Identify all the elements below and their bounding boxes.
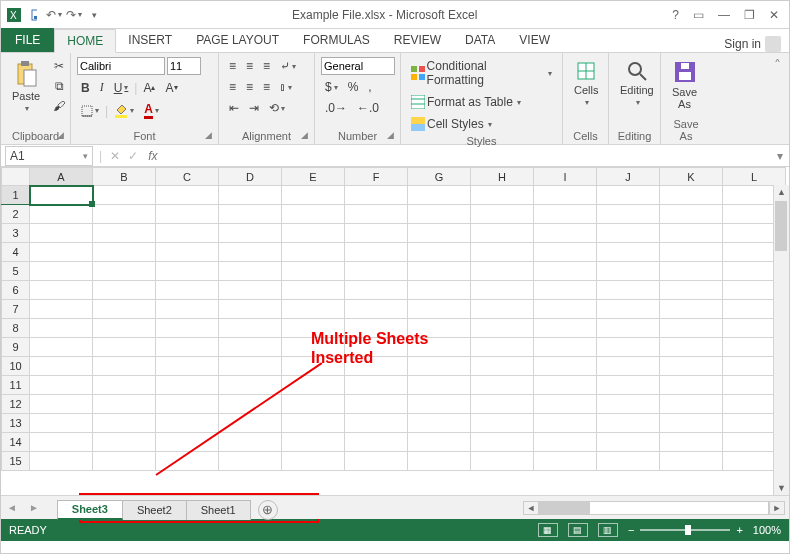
cell[interactable]	[282, 300, 345, 319]
cell[interactable]	[660, 243, 723, 262]
cell[interactable]	[93, 262, 156, 281]
col-header[interactable]: J	[597, 168, 660, 186]
increase-indent-icon[interactable]: ⇥	[245, 99, 263, 117]
tab-page-layout[interactable]: PAGE LAYOUT	[184, 28, 291, 52]
cell[interactable]	[408, 414, 471, 433]
cell[interactable]	[597, 224, 660, 243]
row-header[interactable]: 7	[2, 300, 30, 319]
cell[interactable]	[471, 300, 534, 319]
qat-redo-icon[interactable]: ↷	[67, 8, 81, 22]
cell[interactable]	[660, 281, 723, 300]
cell[interactable]	[93, 243, 156, 262]
col-header[interactable]: C	[156, 168, 219, 186]
cell[interactable]	[408, 433, 471, 452]
cell[interactable]	[282, 205, 345, 224]
cell[interactable]	[408, 395, 471, 414]
cell[interactable]	[597, 338, 660, 357]
minimize-icon[interactable]: —	[718, 8, 730, 22]
zoom-level[interactable]: 100%	[753, 524, 781, 536]
horizontal-scrollbar[interactable]: ◄ ►	[523, 501, 789, 515]
cell[interactable]	[597, 319, 660, 338]
underline-button[interactable]: U	[110, 79, 133, 97]
sheet-tab-0[interactable]: Sheet3	[57, 500, 123, 520]
cell[interactable]	[534, 433, 597, 452]
col-header[interactable]: I	[534, 168, 597, 186]
row-header[interactable]: 10	[2, 357, 30, 376]
col-header[interactable]: G	[408, 168, 471, 186]
cell[interactable]	[156, 357, 219, 376]
cell[interactable]	[408, 186, 471, 205]
editing-button[interactable]: Editing	[615, 57, 659, 110]
align-bottom-icon[interactable]: ≡	[259, 57, 274, 75]
cell[interactable]	[597, 186, 660, 205]
cell[interactable]	[660, 186, 723, 205]
cell[interactable]	[534, 319, 597, 338]
clipboard-launcher-icon[interactable]: ◢	[57, 130, 64, 140]
cell[interactable]	[408, 300, 471, 319]
hscroll-left-icon[interactable]: ◄	[523, 501, 539, 515]
col-header[interactable]: K	[660, 168, 723, 186]
vscroll-thumb[interactable]	[775, 201, 787, 251]
view-page-break-icon[interactable]: ▥	[598, 523, 618, 537]
cell[interactable]	[156, 224, 219, 243]
cell[interactable]	[282, 395, 345, 414]
cell[interactable]	[534, 205, 597, 224]
cell[interactable]	[93, 395, 156, 414]
cell[interactable]	[30, 338, 93, 357]
cell[interactable]	[471, 243, 534, 262]
orientation-icon[interactable]: ⟲	[265, 99, 289, 117]
cell[interactable]	[534, 224, 597, 243]
tab-insert[interactable]: INSERT	[116, 28, 184, 52]
cell[interactable]	[534, 395, 597, 414]
cell[interactable]	[30, 319, 93, 338]
cell[interactable]	[408, 262, 471, 281]
tab-file[interactable]: FILE	[1, 28, 54, 52]
cell[interactable]	[534, 186, 597, 205]
cell[interactable]	[597, 357, 660, 376]
cell[interactable]	[534, 262, 597, 281]
cell[interactable]	[345, 376, 408, 395]
row-header[interactable]: 14	[2, 433, 30, 452]
sheet-tab-2[interactable]: Sheet1	[186, 500, 251, 520]
cell[interactable]	[534, 357, 597, 376]
cell[interactable]	[471, 186, 534, 205]
cell[interactable]	[30, 243, 93, 262]
sign-in[interactable]: Sign in	[716, 36, 789, 52]
insert-function-button[interactable]: fx	[142, 149, 163, 163]
accounting-format-icon[interactable]: $	[321, 78, 342, 96]
cell[interactable]	[156, 414, 219, 433]
cell[interactable]	[156, 338, 219, 357]
cell[interactable]	[345, 281, 408, 300]
hscroll-thumb[interactable]	[540, 502, 590, 514]
cell[interactable]	[345, 414, 408, 433]
cell[interactable]	[471, 224, 534, 243]
cell[interactable]	[345, 224, 408, 243]
align-middle-icon[interactable]: ≡	[242, 57, 257, 75]
cell[interactable]	[30, 281, 93, 300]
sheet-nav-prev-icon[interactable]: ◄	[1, 502, 23, 513]
wrap-text-icon[interactable]: ⤶	[276, 57, 300, 75]
cell[interactable]	[534, 414, 597, 433]
cell[interactable]	[156, 319, 219, 338]
col-header[interactable]: E	[282, 168, 345, 186]
expand-formula-bar-icon[interactable]: ▾	[771, 149, 789, 163]
cell[interactable]	[597, 281, 660, 300]
cell[interactable]	[93, 300, 156, 319]
cell[interactable]	[30, 186, 93, 205]
col-header[interactable]: B	[93, 168, 156, 186]
row-header[interactable]: 5	[2, 262, 30, 281]
row-header[interactable]: 3	[2, 224, 30, 243]
cell[interactable]	[219, 319, 282, 338]
cell[interactable]	[660, 452, 723, 471]
align-center-icon[interactable]: ≡	[242, 78, 257, 96]
restore-icon[interactable]: ❐	[744, 8, 755, 22]
cell[interactable]	[597, 262, 660, 281]
cell[interactable]	[219, 433, 282, 452]
cell[interactable]	[534, 300, 597, 319]
name-box[interactable]: A1 ▾	[5, 146, 93, 166]
col-header[interactable]: D	[219, 168, 282, 186]
shrink-font-button[interactable]: A▾	[161, 79, 181, 97]
cell[interactable]	[345, 452, 408, 471]
conditional-formatting-button[interactable]: Conditional Formatting	[407, 57, 556, 89]
number-launcher-icon[interactable]: ◢	[387, 130, 394, 140]
